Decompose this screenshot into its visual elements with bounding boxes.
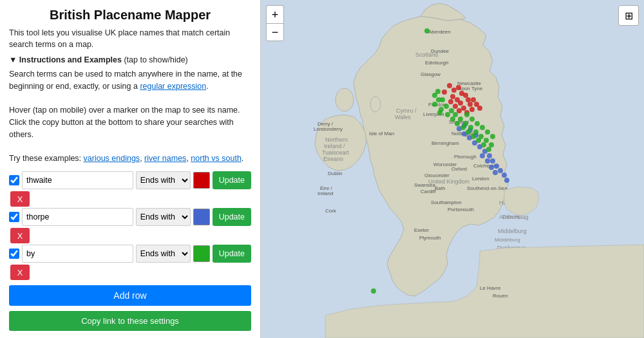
svg-text:Southampton: Southampton xyxy=(431,200,462,205)
example-link-3[interactable]: north vs south xyxy=(191,154,242,163)
row3-text-input[interactable] xyxy=(22,245,133,263)
svg-point-127 xyxy=(424,28,430,33)
svg-point-76 xyxy=(477,106,482,111)
svg-point-85 xyxy=(494,164,499,169)
row2-update-button[interactable]: Update xyxy=(213,208,251,226)
svg-point-111 xyxy=(478,134,484,139)
svg-point-67 xyxy=(442,89,447,95)
svg-text:Pborough: Pborough xyxy=(454,154,477,160)
svg-point-101 xyxy=(466,129,471,135)
search-row-1: Ends with Anywhere Starts with Exactly R… xyxy=(9,171,251,189)
svg-text:Middelburg: Middelburg xyxy=(495,237,520,243)
svg-text:Aberdeen: Aberdeen xyxy=(428,29,451,35)
svg-text:Gloucester: Gloucester xyxy=(424,173,450,178)
search-row-3: Ends with Anywhere Starts with Exactly R… xyxy=(9,245,251,263)
zoom-in-button[interactable]: + xyxy=(266,5,284,23)
layers-icon: ⊞ xyxy=(625,10,633,22)
svg-point-114 xyxy=(449,108,454,113)
layers-button[interactable]: ⊞ xyxy=(618,5,639,26)
svg-point-98 xyxy=(450,117,455,122)
svg-point-61 xyxy=(450,94,455,99)
svg-text:London: London xyxy=(472,176,489,182)
svg-text:Ireland /: Ireland / xyxy=(324,143,345,149)
row1-match-select[interactable]: Ends with Anywhere Starts with Exactly R… xyxy=(136,171,191,189)
instructions-content: Search terms can be used to match anywhe… xyxy=(9,68,251,165)
svg-text:Isle of Man: Isle of Man xyxy=(369,131,394,136)
svg-point-99 xyxy=(455,121,460,126)
svg-text:Exeter: Exeter xyxy=(414,227,429,233)
row2-text-input[interactable] xyxy=(22,208,133,226)
regex-link[interactable]: regular expression xyxy=(140,82,206,91)
row1-color-swatch[interactable] xyxy=(193,172,210,189)
svg-point-88 xyxy=(504,178,509,183)
row3-checkbox[interactable] xyxy=(9,249,19,259)
map-area: Cymru / Wales Scotland United Kingdom No… xyxy=(261,0,644,338)
row1-text-input[interactable] xyxy=(22,171,133,189)
row2-match-select[interactable]: Ends with Anywhere Starts with Exactly R… xyxy=(136,208,191,226)
example-links: Try these examples: various endings, riv… xyxy=(9,153,251,165)
svg-point-121 xyxy=(475,121,480,126)
svg-text:Éireann: Éireann xyxy=(323,156,343,162)
row2-checkbox[interactable] xyxy=(9,212,19,222)
instructions-toggle[interactable]: ▼ Instructions and Examples (tap to show… xyxy=(9,55,251,64)
svg-point-113 xyxy=(489,142,494,147)
row3-color-swatch[interactable] xyxy=(193,245,210,262)
svg-point-109 xyxy=(468,125,473,130)
svg-point-97 xyxy=(445,112,450,117)
svg-point-115 xyxy=(444,104,449,109)
search-row-2: Ends with Anywhere Starts with Exactly R… xyxy=(9,208,251,226)
svg-point-102 xyxy=(471,134,476,139)
svg-point-84 xyxy=(490,158,495,164)
svg-text:Oxford: Oxford xyxy=(451,166,467,172)
svg-point-71 xyxy=(471,97,476,102)
svg-text:Rouen: Rouen xyxy=(493,293,508,299)
map-controls: + − xyxy=(266,5,284,41)
svg-text:Edinburgh: Edinburgh xyxy=(425,60,448,66)
svg-point-112 xyxy=(484,138,489,143)
example-link-1[interactable]: various endings xyxy=(84,154,140,163)
svg-text:Glasgow: Glasgow xyxy=(421,71,440,77)
svg-text:Arnhem: Arnhem xyxy=(499,214,520,220)
svg-point-126 xyxy=(371,288,376,294)
svg-point-119 xyxy=(464,112,469,117)
svg-point-2 xyxy=(336,88,354,111)
row2-color-swatch[interactable] xyxy=(193,209,210,225)
svg-text:Wales: Wales xyxy=(395,114,411,120)
zoom-out-button[interactable]: − xyxy=(266,23,284,41)
svg-text:Southend-on-Sea: Southend-on-Sea xyxy=(467,185,507,191)
svg-point-129 xyxy=(435,89,440,94)
svg-text:Swansea: Swansea xyxy=(414,182,435,188)
left-panel: British Placename Mapper This tool lets … xyxy=(0,0,261,338)
row3-match-select[interactable]: Ends with Anywhere Starts with Exactly R… xyxy=(136,245,191,263)
row1-update-button[interactable]: Update xyxy=(213,171,251,189)
row3-update-button[interactable]: Update xyxy=(213,245,251,263)
svg-point-117 xyxy=(432,102,437,107)
svg-text:Dublin: Dublin xyxy=(328,171,343,176)
search-row-container-1: Ends with Anywhere Starts with Exactly R… xyxy=(9,171,251,207)
svg-point-125 xyxy=(437,110,442,115)
add-row-button[interactable]: Add row xyxy=(9,285,251,306)
svg-point-87 xyxy=(502,173,507,178)
svg-point-64 xyxy=(448,99,453,104)
svg-point-66 xyxy=(466,97,471,102)
svg-point-73 xyxy=(469,107,475,112)
svg-point-91 xyxy=(489,165,494,170)
svg-point-69 xyxy=(461,106,466,111)
svg-point-83 xyxy=(487,153,492,158)
row1-remove-button[interactable]: X xyxy=(10,191,30,207)
svg-point-104 xyxy=(481,142,486,147)
svg-point-124 xyxy=(490,134,495,139)
row3-remove-button[interactable]: X xyxy=(10,265,30,280)
svg-point-120 xyxy=(469,117,475,122)
row1-checkbox[interactable] xyxy=(9,175,19,185)
row2-remove-button[interactable]: X xyxy=(10,228,30,243)
instructions-para2: Hover (tap on mobile) over a marker on t… xyxy=(9,104,251,140)
svg-point-62 xyxy=(463,93,468,98)
svg-point-122 xyxy=(480,125,485,130)
svg-point-59 xyxy=(456,85,461,90)
copy-button[interactable]: Copy link to these settings xyxy=(9,311,251,331)
intro-text: This tool lets you visualise UK place na… xyxy=(9,28,251,50)
example-link-2[interactable]: river names xyxy=(144,154,186,163)
svg-text:upon Tyne: upon Tyne xyxy=(459,86,483,91)
svg-point-123 xyxy=(485,129,490,135)
